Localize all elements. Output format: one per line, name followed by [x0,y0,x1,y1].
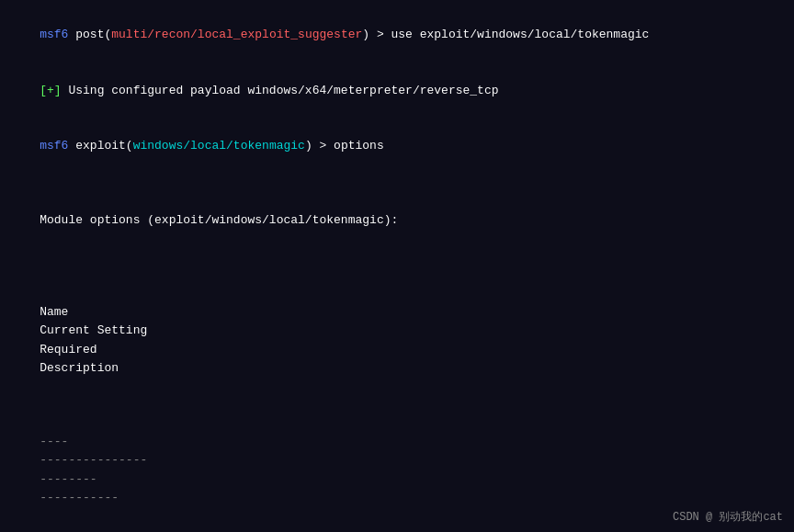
col-name-header: Name [40,303,182,322]
blank-1 [11,174,783,192]
msf-prompt: msf6 [40,28,68,41]
col-required-header: Required [40,341,108,359]
col-setting-header: Current Setting [40,322,164,340]
method-row: METHOD SERVICE yes SERVICE or DLL, pleas… [11,526,783,532]
watermark: CSDN @ 别动我的cat [673,509,783,525]
module-options-title: Module options (exploit/windows/local/to… [11,192,783,247]
line-3: msf6 exploit(windows/local/tokenmagic) >… [11,119,783,174]
terminal[interactable]: msf6 post(multi/recon/local_exploit_sugg… [0,0,794,532]
col-desc-header: Description [40,361,119,375]
module-headers: Name Current Setting Required Descriptio… [11,266,783,396]
module-underlines: ---- --------------- -------- ----------… [11,396,783,526]
line-2: [+] Using configured payload windows/x64… [11,62,783,118]
blank-2 [11,248,783,266]
line-1: msf6 post(multi/recon/local_exploit_sugg… [11,7,783,62]
